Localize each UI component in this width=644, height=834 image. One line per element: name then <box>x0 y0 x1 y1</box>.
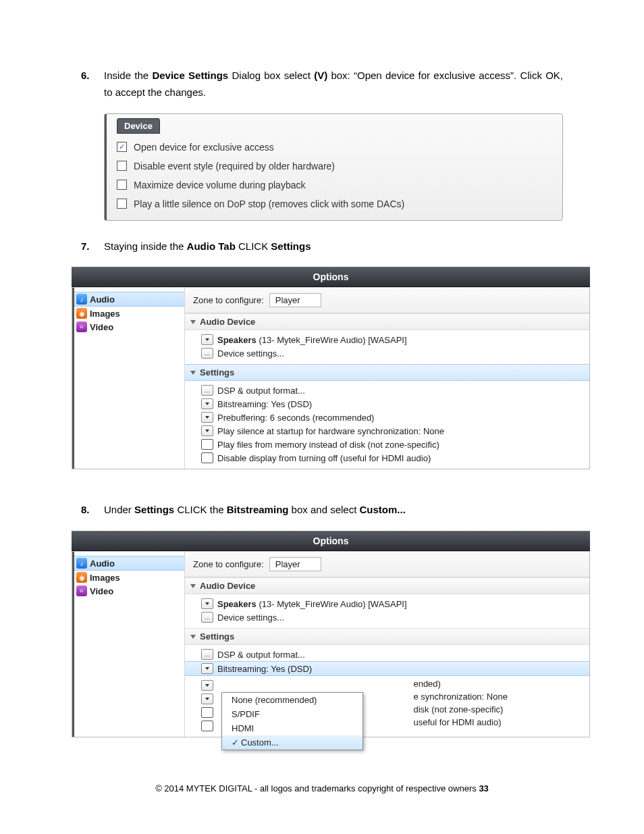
section-title: Settings <box>200 367 234 377</box>
row-speakers[interactable]: Speakers (13- Mytek_FireWire Audio) [WAS… <box>201 333 584 346</box>
sidebar-item-images[interactable]: ◉ Images <box>72 571 184 584</box>
ellipsis-icon[interactable]: … <box>201 348 213 359</box>
ellipsis-icon[interactable]: … <box>201 385 213 396</box>
zone-dropdown[interactable]: Player <box>269 293 321 307</box>
zone-bar: Zone to configure: Player <box>185 288 589 313</box>
zone-bar: Zone to configure: Player <box>185 552 589 577</box>
dropdown-icon[interactable] <box>201 694 213 704</box>
device-row-label: Open device for exclusive access <box>134 142 274 153</box>
sidebar-item-audio[interactable]: ♪ Audio <box>72 292 184 307</box>
camera-icon: ◉ <box>76 572 87 583</box>
titlebar: Options <box>72 531 590 551</box>
sidebar-item-video[interactable]: ⌗ Video <box>72 320 184 334</box>
peek-text-column: ended) e synchronization: None disk (not… <box>413 676 507 737</box>
checkbox-icon[interactable] <box>117 199 127 209</box>
dropdown-icon[interactable] <box>201 663 213 674</box>
sidebar-item-label: Audio <box>90 294 115 305</box>
row-bitstreaming[interactable]: Bitstreaming: Yes (DSD) <box>201 397 584 411</box>
row-bitstreaming[interactable]: Bitstreaming: Yes (DSD) <box>185 661 589 676</box>
sidebar-item-label: Images <box>90 573 120 583</box>
step-8: 8. Under Settings CLICK the Bitstreaming… <box>81 502 563 519</box>
row-dsp[interactable]: …DSP & output format... <box>201 384 584 397</box>
ellipsis-icon[interactable]: … <box>201 649 213 660</box>
popup-item-spdif[interactable]: S/PDIF <box>222 707 363 721</box>
options-content: Zone to configure: Player Audio Device S… <box>184 288 589 469</box>
device-row-label: Maximize device volume during playback <box>134 180 305 190</box>
panel-left-edge <box>72 288 74 469</box>
chevron-down-icon <box>190 584 196 588</box>
sidebar-item-label: Video <box>90 322 113 332</box>
section-header-settings[interactable]: Settings <box>185 628 589 645</box>
section-title: Audio Device <box>200 317 255 327</box>
music-note-icon: ♪ <box>76 558 87 569</box>
options-screenshot-2: Options ♪ Audio ◉ Images ⌗ Video Z <box>72 531 590 737</box>
sidebar-item-label: Video <box>90 586 113 596</box>
dropdown-icon[interactable] <box>201 425 213 436</box>
options-sidebar: ♪ Audio ◉ Images ⌗ Video <box>72 288 184 469</box>
section-title: Settings <box>200 631 234 642</box>
sidebar-item-video[interactable]: ⌗ Video <box>72 584 184 598</box>
options-screenshot-1: Options ♪ Audio ◉ Images ⌗ Video Z <box>72 267 590 469</box>
ellipsis-icon[interactable]: … <box>201 612 213 623</box>
chevron-down-icon <box>190 635 196 639</box>
dropdown-icon[interactable] <box>201 680 213 691</box>
sidebar-item-images[interactable]: ◉ Images <box>72 307 184 320</box>
footer-text: © 2014 MYTEK DIGITAL - all logos and tra… <box>155 783 479 793</box>
row-prebuffering[interactable]: Prebuffering: 6 seconds (recommended) <box>201 411 584 424</box>
row-device-settings[interactable]: … Device settings... <box>201 346 584 360</box>
page-number: 33 <box>479 783 488 793</box>
step-text: Inside the Device Settings Dialog box se… <box>104 68 563 101</box>
zone-dropdown[interactable]: Player <box>269 557 321 571</box>
section-header-settings[interactable]: Settings <box>185 364 589 381</box>
hidden-row[interactable]: None (recommended) S/PDIF HDMI ✓Custom..… <box>201 679 584 692</box>
peek-text: useful for HDMI audio) <box>413 716 507 729</box>
step-7: 7. Staying inside the Audio Tab CLICK Se… <box>81 238 563 255</box>
checkbox-icon[interactable] <box>117 142 127 152</box>
options-content: Zone to configure: Player Audio Device S… <box>184 552 589 737</box>
device-row: Maximize device volume during playback <box>117 176 550 194</box>
dropdown-icon[interactable] <box>201 412 213 423</box>
peek-text: ended) <box>413 677 507 690</box>
dropdown-icon[interactable] <box>201 598 213 609</box>
section-header-audio-device[interactable]: Audio Device <box>185 577 589 594</box>
device-row: Open device for exclusive access <box>117 138 550 157</box>
row-disable-display[interactable]: Disable display from turning off (useful… <box>201 451 584 465</box>
peek-text: disk (not zone-specific) <box>413 703 507 716</box>
step-number: 8. <box>81 502 104 519</box>
titlebar: Options <box>72 267 590 287</box>
step-number: 7. <box>81 238 104 255</box>
device-tab[interactable]: Device <box>117 118 160 134</box>
popup-item-none[interactable]: None (recommended) <box>222 693 363 707</box>
step-6: 6. Inside the Device Settings Dialog box… <box>81 68 563 101</box>
bitstream-popup: None (recommended) S/PDIF HDMI ✓Custom..… <box>221 692 363 750</box>
device-row-label: Disable event style (required by older h… <box>134 161 335 172</box>
row-dsp[interactable]: …DSP & output format... <box>201 648 584 661</box>
sidebar-item-audio[interactable]: ♪ Audio <box>72 556 184 571</box>
checkbox-icon[interactable] <box>201 452 213 463</box>
section-title: Audio Device <box>200 581 255 591</box>
checkbox-icon[interactable] <box>201 707 213 718</box>
checkbox-icon[interactable] <box>117 161 127 171</box>
row-device-settings[interactable]: … Device settings... <box>201 610 584 624</box>
section-header-audio-device[interactable]: Audio Device <box>185 313 589 330</box>
check-icon: ✓ <box>232 737 239 748</box>
music-note-icon: ♪ <box>76 294 87 305</box>
row-speakers[interactable]: Speakers (13- Mytek_FireWire Audio) [WAS… <box>201 597 584 610</box>
step-text: Under Settings CLICK the Bitstreaming bo… <box>104 502 563 519</box>
options-sidebar: ♪ Audio ◉ Images ⌗ Video <box>72 552 184 737</box>
peek-text: e synchronization: None <box>413 690 507 703</box>
dropdown-icon[interactable] <box>201 334 213 345</box>
dropdown-icon[interactable] <box>201 398 213 409</box>
device-row-label: Play a little silence on DoP stop (remov… <box>134 199 404 209</box>
popup-item-hdmi[interactable]: HDMI <box>222 721 363 735</box>
chevron-down-icon <box>190 320 196 324</box>
row-play-memory[interactable]: Play files from memory instead of disk (… <box>201 438 584 451</box>
sidebar-item-label: Images <box>90 309 120 319</box>
row-play-silence[interactable]: Play silence at startup for hardware syn… <box>201 424 584 438</box>
checkbox-icon[interactable] <box>201 439 213 450</box>
checkbox-icon[interactable] <box>201 721 213 731</box>
popup-item-custom[interactable]: ✓Custom... <box>222 735 363 750</box>
sidebar-item-label: Audio <box>90 558 115 569</box>
panel-left-edge <box>72 552 74 737</box>
checkbox-icon[interactable] <box>117 180 127 190</box>
